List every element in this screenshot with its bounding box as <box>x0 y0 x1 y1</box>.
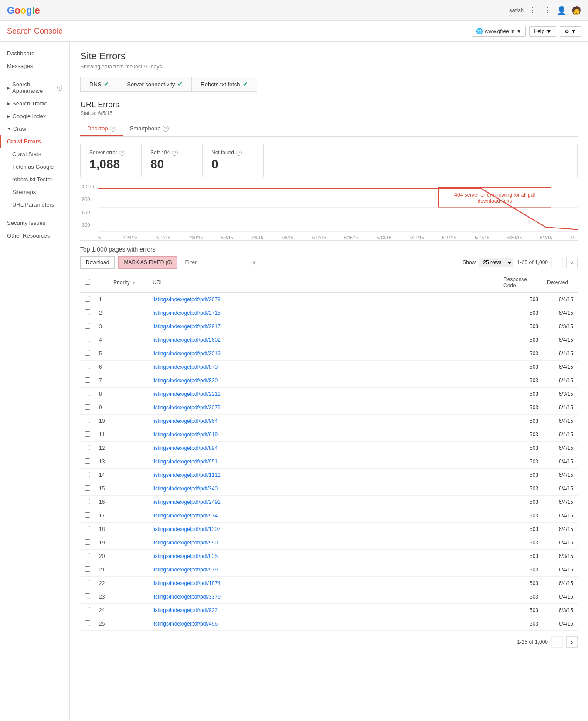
bottom-next-button[interactable]: › <box>566 636 578 648</box>
row-checkbox[interactable] <box>85 445 90 450</box>
robots-txt-fetch-tab[interactable]: Robots.txt fetch ✔ <box>191 77 257 92</box>
row-checkbox[interactable] <box>85 350 90 356</box>
row-checkbox[interactable] <box>85 472 90 477</box>
th-url: URL <box>148 273 499 292</box>
filter-input[interactable] <box>181 257 259 268</box>
sidebar-item-url-parameters[interactable]: URL Parameters <box>0 198 69 211</box>
sidebar-item-security-issues[interactable]: Security Issues <box>0 217 69 229</box>
sidebar-divider-1 <box>0 75 69 75</box>
sidebar-item-sitemaps[interactable]: Sitemaps <box>0 186 69 198</box>
row-response-code: 503 <box>499 388 543 401</box>
row-detected: 6/4/15 <box>543 347 578 360</box>
settings-button[interactable]: ⚙ ▼ <box>560 26 581 37</box>
row-checkbox[interactable] <box>85 337 90 342</box>
row-url: listings/index/getpdf/pdf/835 <box>148 550 499 563</box>
row-detected: 6/3/15 <box>543 388 578 401</box>
row-response-code: 503 <box>499 590 543 604</box>
row-response-code: 503 <box>499 415 543 428</box>
stat-soft-404[interactable]: Soft 404 ? 80 <box>142 144 203 177</box>
bottom-prev-button[interactable]: ‹ <box>551 636 563 648</box>
row-response-code: 503 <box>499 563 543 577</box>
table-row: 9 listings/index/getpdf/pdf/3075 503 6/4… <box>80 401 578 415</box>
sidebar-item-crawl[interactable]: ▼ Crawl <box>0 122 69 135</box>
sidebar-item-other-resources[interactable]: Other Resources <box>0 229 69 242</box>
row-checkbox[interactable] <box>85 431 90 437</box>
tab-desktop[interactable]: Desktop ? <box>80 122 123 136</box>
row-detected: 6/4/15 <box>543 590 578 604</box>
row-priority <box>109 347 148 360</box>
soft-404-value: 80 <box>150 157 194 171</box>
dns-tab[interactable]: DNS ✔ <box>80 77 118 92</box>
tab-smartphone[interactable]: Smartphone ? <box>123 122 176 136</box>
sidebar-item-dashboard[interactable]: Dashboard <box>0 47 69 60</box>
row-checkbox[interactable] <box>85 364 90 369</box>
stat-not-found[interactable]: Not found ? 0 <box>203 144 264 177</box>
row-response-code: 503 <box>499 604 543 617</box>
sidebar-item-search-appearance[interactable]: ▶ Search Appearance i <box>0 78 69 97</box>
row-url: listings/index/getpdf/pdf/3379 <box>148 590 499 604</box>
row-checkbox[interactable] <box>85 458 90 464</box>
row-checkbox[interactable] <box>85 607 90 612</box>
row-url: listings/index/getpdf/pdf/2679 <box>148 292 499 306</box>
row-priority <box>109 455 148 469</box>
row-checkbox[interactable] <box>85 309 90 315</box>
stat-server-error[interactable]: Server error ? 1,088 <box>81 144 142 177</box>
table-row: 2 listings/index/getpdf/pdf/2715 503 6/4… <box>80 306 578 320</box>
sidebar-item-fetch-as-google[interactable]: Fetch as Google <box>0 160 69 173</box>
rows-per-page-select[interactable]: 25 rows 50 rows 100 rows <box>479 258 513 267</box>
row-checkbox[interactable] <box>85 499 90 504</box>
pagination-info: 1-25 of 1,000 <box>517 259 548 265</box>
site-selector-arrow: ▼ <box>517 28 522 34</box>
sidebar-divider-2 <box>0 214 69 214</box>
sidebar-item-crawl-stats[interactable]: Crawl Stats <box>0 148 69 160</box>
prev-page-button[interactable]: ‹ <box>551 257 563 268</box>
row-checkbox[interactable] <box>85 377 90 383</box>
row-priority <box>109 550 148 563</box>
table-row: 11 listings/index/getpdf/pdf/919 503 6/4… <box>80 428 578 442</box>
row-detected: 6/4/15 <box>543 563 578 577</box>
row-checkbox[interactable] <box>85 539 90 545</box>
row-detected: 6/4/15 <box>543 442 578 455</box>
row-checkbox[interactable] <box>85 485 90 491</box>
page-subtitle: Showing data from the last 90 days <box>80 64 578 70</box>
row-priority <box>109 469 148 482</box>
row-checkbox[interactable] <box>85 512 90 518</box>
row-checkbox[interactable] <box>85 553 90 558</box>
row-response-code: 503 <box>499 536 543 550</box>
row-checkbox[interactable] <box>85 593 90 599</box>
row-detected: 6/4/15 <box>543 455 578 469</box>
select-all-checkbox[interactable] <box>85 279 90 285</box>
row-checkbox[interactable] <box>85 526 90 531</box>
sidebar-item-crawl-errors[interactable]: Crawl Errors <box>0 135 69 148</box>
row-checkbox[interactable] <box>85 566 90 572</box>
next-page-button[interactable]: › <box>566 257 578 268</box>
top-bar-left: Google <box>7 5 40 16</box>
sidebar-item-search-traffic[interactable]: ▶ Search Traffic <box>0 97 69 110</box>
triangle-icon-traffic: ▶ <box>7 101 10 106</box>
url-errors-status: Status: 6/5/15 <box>80 110 578 116</box>
server-connectivity-tab[interactable]: Server connectivity ✔ <box>118 77 192 92</box>
row-priority <box>109 333 148 347</box>
sidebar-item-messages[interactable]: Messages <box>0 60 69 72</box>
row-checkbox[interactable] <box>85 296 90 302</box>
sidebar-item-google-index[interactable]: ▶ Google Index <box>0 110 69 122</box>
row-checkbox[interactable] <box>85 404 90 410</box>
download-button[interactable]: Download <box>80 256 115 269</box>
mark-fixed-button[interactable]: MARK AS FIXED (0) <box>118 256 177 269</box>
row-number: 18 <box>95 523 109 536</box>
row-checkbox[interactable] <box>85 391 90 396</box>
row-priority <box>109 306 148 320</box>
row-checkbox[interactable] <box>85 323 90 329</box>
site-selector[interactable]: 🌐 www.qfree.in ▼ <box>472 26 526 37</box>
row-checkbox[interactable] <box>85 580 90 585</box>
apps-icon[interactable]: ⋮⋮⋮ <box>529 6 551 14</box>
user-avatar-icon[interactable]: 🧑 <box>571 6 581 15</box>
help-button[interactable]: Help ▼ <box>529 26 557 37</box>
th-priority[interactable]: Priority ▼ <box>109 273 148 292</box>
url-errors-title: URL Errors <box>80 100 578 109</box>
sidebar-item-robots-txt-tester[interactable]: robots.txt Tester <box>0 173 69 186</box>
account-icon[interactable]: 👤 <box>557 6 566 15</box>
row-priority <box>109 590 148 604</box>
row-checkbox[interactable] <box>85 620 90 626</box>
row-checkbox[interactable] <box>85 418 90 423</box>
